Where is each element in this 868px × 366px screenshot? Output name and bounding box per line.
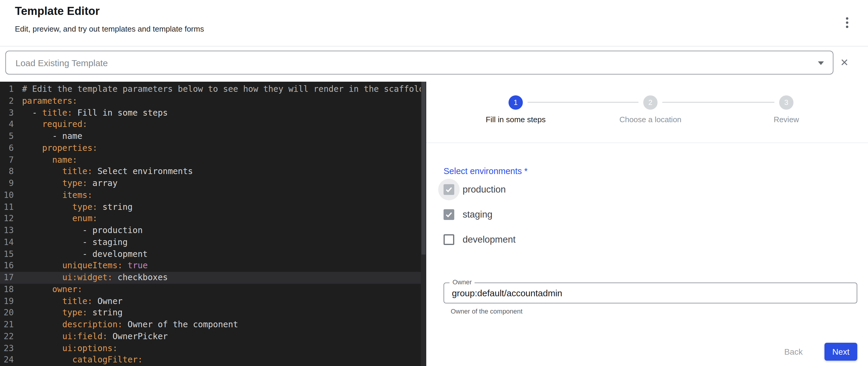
next-button[interactable]: Next <box>825 343 857 361</box>
checkbox-row-staging[interactable]: staging <box>443 202 516 227</box>
code-line[interactable]: 10 items: <box>0 189 426 202</box>
code-line[interactable]: 17 ui:widget: checkboxes <box>0 272 426 284</box>
code-text: parameters: <box>22 95 77 107</box>
code-line[interactable]: 7 name: <box>0 154 426 166</box>
code-text: type: string <box>22 201 133 213</box>
checkbox-wrap <box>443 234 454 245</box>
editor-scrollbar[interactable] <box>421 82 426 366</box>
code-line[interactable]: 1# Edit the template parameters below to… <box>0 84 426 95</box>
code-line[interactable]: 6 properties: <box>0 143 426 154</box>
owner-input[interactable]: Owner group:default/accountadmin <box>443 282 857 303</box>
line-number: 11 <box>0 201 14 213</box>
kebab-menu-icon[interactable] <box>842 14 852 31</box>
checkbox-checked-icon[interactable] <box>443 184 454 195</box>
code-line[interactable]: 8 title: Select environments <box>0 166 426 178</box>
code-text: - production <box>22 225 143 237</box>
scrollbar-thumb[interactable] <box>422 82 426 254</box>
line-number: 10 <box>0 189 14 202</box>
step-number-badge: 2 <box>643 95 657 110</box>
code-line[interactable]: 13 - production <box>0 225 426 237</box>
code-line[interactable]: 20 type: string <box>0 307 426 319</box>
code-text: type: string <box>22 307 123 319</box>
environment-options: productionstagingdevelopment <box>443 177 516 252</box>
code-line[interactable]: 4 required: <box>0 119 426 131</box>
code-line[interactable]: 9 type: array <box>0 178 426 189</box>
code-line[interactable]: 3 - title: Fill in some steps <box>0 107 426 119</box>
code-line[interactable]: 11 type: string <box>0 201 426 213</box>
line-number: 22 <box>0 331 14 343</box>
preview-panel: 1Fill in some steps2Choose a location3Re… <box>426 82 868 366</box>
code-text: items: <box>22 189 92 202</box>
code-editor-lines: 1# Edit the template parameters below to… <box>0 84 426 366</box>
line-number: 5 <box>0 130 14 143</box>
code-text: description: Owner of the component <box>22 319 238 331</box>
checkbox-row-production[interactable]: production <box>443 177 516 202</box>
owner-helper-text: Owner of the component <box>451 308 523 315</box>
code-line[interactable]: 15 - development <box>0 248 426 260</box>
line-number: 16 <box>0 260 14 272</box>
code-line[interactable]: 14 - staging <box>0 237 426 249</box>
code-line[interactable]: 21 description: Owner of the component <box>0 319 426 331</box>
step-label: Review <box>721 115 852 124</box>
code-line[interactable]: 22 ui:field: OwnerPicker <box>0 331 426 343</box>
stepper-step[interactable]: 1Fill in some steps <box>450 95 581 124</box>
code-text: ui:options: <box>22 342 118 355</box>
code-text: properties: <box>22 143 97 154</box>
code-text: ui:field: OwnerPicker <box>22 331 168 343</box>
checkbox-checked-icon[interactable] <box>443 209 454 220</box>
checkbox-wrap <box>443 209 454 220</box>
line-number: 12 <box>0 213 14 225</box>
code-line[interactable]: 16 uniqueItems: true <box>0 260 426 272</box>
back-button[interactable]: Back <box>775 343 812 361</box>
line-number: 13 <box>0 225 14 237</box>
code-line[interactable]: 12 enum: <box>0 213 426 225</box>
environments-label-text: Select environments <box>443 166 522 176</box>
code-editor[interactable]: 1# Edit the template parameters below to… <box>0 82 426 366</box>
checkbox-row-development[interactable]: development <box>443 227 516 252</box>
line-number: 18 <box>0 284 14 296</box>
line-number: 3 <box>0 107 14 119</box>
code-line[interactable]: 2parameters: <box>0 95 426 107</box>
template-selector-row: Load Existing Template × <box>0 47 868 82</box>
code-text: - development <box>22 248 148 260</box>
page-title: Template Editor <box>15 5 99 18</box>
code-text: type: array <box>22 178 118 189</box>
line-number: 15 <box>0 248 14 260</box>
code-text: ui:widget: checkboxes <box>22 272 168 284</box>
stepper-step[interactable]: 2Choose a location <box>585 95 716 124</box>
line-number: 7 <box>0 154 14 166</box>
required-asterisk: * <box>524 166 528 176</box>
checkbox-wrap <box>443 184 454 195</box>
code-line[interactable]: 19 title: Owner <box>0 295 426 307</box>
checkbox-unchecked-icon[interactable] <box>443 234 454 245</box>
code-text: # Edit the template parameters below to … <box>22 84 426 95</box>
code-text: - name <box>22 130 82 143</box>
code-text: enum: <box>22 213 97 225</box>
code-text: - title: Fill in some steps <box>22 107 168 119</box>
chevron-down-icon[interactable] <box>818 61 824 65</box>
step-number-badge: 1 <box>508 95 523 110</box>
code-line[interactable]: 24 catalogFilter: <box>0 355 426 366</box>
line-number: 2 <box>0 95 14 107</box>
code-text: owner: <box>22 284 82 296</box>
code-line[interactable]: 23 ui:options: <box>0 342 426 355</box>
code-text: catalogFilter: <box>22 355 143 366</box>
kebab-dot <box>846 22 848 24</box>
code-text: uniqueItems: true <box>22 260 148 272</box>
environments-group-label: Select environments * <box>443 166 528 176</box>
code-text: title: Owner <box>22 295 123 307</box>
code-text: title: Select environments <box>22 166 193 178</box>
kebab-dot <box>846 26 848 28</box>
code-text: required: <box>22 119 87 131</box>
checkbox-label: development <box>463 234 516 245</box>
line-number: 4 <box>0 119 14 131</box>
template-editor-page: Template Editor Edit, preview, and try o… <box>0 0 868 366</box>
code-line[interactable]: 5 - name <box>0 130 426 143</box>
close-icon[interactable]: × <box>841 47 848 79</box>
code-line[interactable]: 18 owner: <box>0 284 426 296</box>
stepper-step[interactable]: 3Review <box>721 95 852 124</box>
load-existing-template-select[interactable]: Load Existing Template <box>5 51 833 74</box>
step-number-badge: 3 <box>779 95 794 110</box>
line-number: 14 <box>0 237 14 249</box>
page-subtitle: Edit, preview, and try out templates and… <box>15 25 204 33</box>
